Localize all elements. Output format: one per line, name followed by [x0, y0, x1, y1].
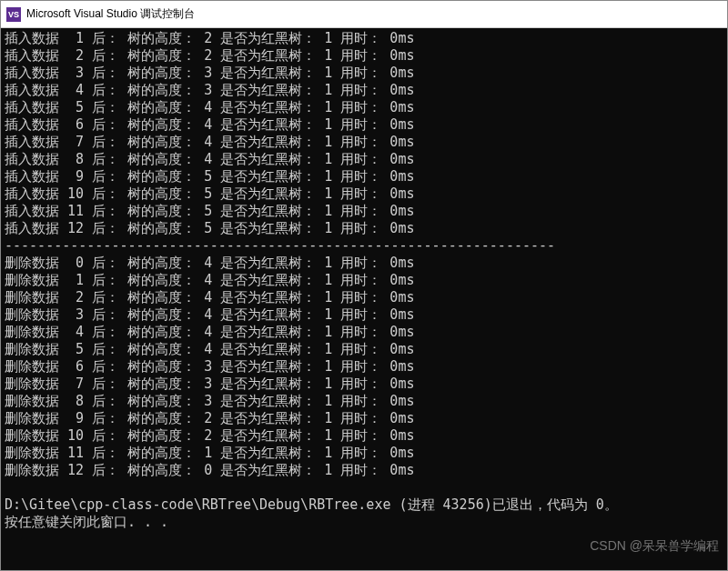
- vs-icon: VS: [6, 7, 21, 22]
- titlebar[interactable]: VS Microsoft Visual Studio 调试控制台: [1, 1, 727, 28]
- app-window: VS Microsoft Visual Studio 调试控制台 插入数据 1 …: [0, 0, 728, 571]
- window-title: Microsoft Visual Studio 调试控制台: [26, 6, 195, 22]
- console-output[interactable]: 插入数据 1 后： 树的高度： 2 是否为红黑树： 1 用时： 0ms 插入数据…: [1, 28, 727, 570]
